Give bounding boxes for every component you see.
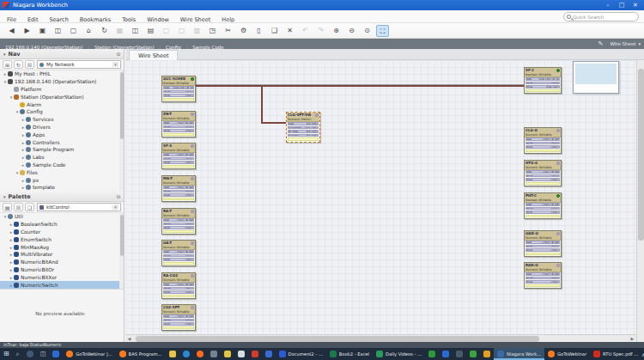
nav-refresh-icon[interactable]: ↻ [14,60,23,69]
wire-sheet-canvas[interactable]: OCC-SCHEDBoolean WritableOuttrue {ok} @ … [125,60,636,334]
palette-tree-item-multivibrator[interactable]: ▸MultiVibrator [0,251,124,259]
block-zn-t[interactable]: ZN-TNumeric WritableOut- {null} @ defIn1… [161,111,196,137]
nav-link-icon[interactable]: ⊞ [3,60,12,69]
block-slot-in16[interactable]: In16- {null} [163,161,195,164]
block-slot-in16[interactable]: In16- {null} [163,94,195,97]
block-slot-in16[interactable]: In16- {null} [526,178,561,181]
block-slot-out[interactable]: Out- {null} @ def [163,153,195,156]
block-slot-in16[interactable]: In16- {null} [526,145,561,149]
minimap[interactable] [573,61,619,94]
nav-header[interactable]: ▾ Nav ⧉ [0,49,124,59]
edit-icon[interactable]: ✎ [598,40,604,47]
nav-close-icon[interactable]: ☒ [25,60,34,69]
block-sf-s[interactable]: SF-SNumeric WritableOut- {null} @ defIn1… [161,143,196,169]
block-slot-in16[interactable]: In16- {null} [163,193,195,197]
taskbar-search[interactable]: ⌕ [13,348,23,360]
palette-tree-item-numericbitand[interactable]: ▸NumericBitAnd [0,259,124,266]
block-slot-in16[interactable]: In16- {null} [163,258,195,261]
nav-scope-dropdown[interactable]: My Network ▾ [37,60,121,69]
block-slot-in16[interactable]: In16- {null} [526,248,561,252]
up-level-icon[interactable]: ▣ [36,25,49,37]
block-ra-t[interactable]: RA-TNumeric WritableOut- {null} @ defIn1… [161,208,196,235]
nav-tree-item-services[interactable]: ▸Services [0,116,124,124]
taskbar-app-green2[interactable] [466,348,480,360]
nav-collapse-icon[interactable]: ▾ [3,52,6,57]
view-selector[interactable]: ✎ Wire Sheet ▾ [598,39,641,49]
block-slot-out[interactable]: Out- {null} @ def [163,218,195,222]
taskbar-task-view[interactable]: ◫ [37,348,50,360]
taskbar-rtu-spec-pdf[interactable]: RTU Spec.pdf ... [590,348,641,360]
block-oad-o[interactable]: OAD-ONumeric WritableOut- {null} @ defIn… [524,230,562,257]
taskbar-app-blue2[interactable] [262,348,276,360]
taskbar-app-firefox[interactable] [193,348,207,360]
taskbar-app-azure[interactable] [439,348,453,360]
nav-tree-item-sample-code[interactable]: ▸Sample Code [0,162,124,169]
export-icon[interactable]: ◳ [206,25,219,37]
zoom-in-icon[interactable]: ⊕ [330,25,343,37]
wire-segment[interactable] [261,122,287,124]
block-slot-in16[interactable]: In16- {null} [163,290,195,294]
duplicate-icon[interactable]: ⚙ [237,25,250,37]
menu-tools[interactable]: Tools [122,16,136,23]
nav-tree-item-labs[interactable]: ▸Labs [0,154,124,162]
nav-tree-item-apps[interactable]: ▸Apps [0,131,124,138]
scrollbar[interactable] [119,213,124,289]
block-slot-out[interactable]: Outtrue {ok} @ 16 [163,86,195,89]
block-slot-out[interactable]: Out- {null} @ def [526,241,561,244]
copy-icon[interactable]: ❏ [268,25,281,37]
block-co2-spt[interactable]: CO2-SPTNumeric WritableOut- {null} @ def… [161,304,196,331]
block-clg-spt-sw[interactable]: CLG-SPT-SWNumeric SwitchOut0.0 {ok}In Sw… [286,112,320,143]
taskbar-file-explorer[interactable] [166,348,179,360]
back-icon[interactable]: ◀ [5,25,18,37]
minimize-button[interactable]: – [601,0,615,10]
taskbar-app-slate[interactable] [453,348,466,360]
block-slot-in-true[interactable]: In True0.0 {ok} [288,130,319,133]
quick-search-input[interactable] [573,15,633,20]
block-slot-in10[interactable]: In10- {null} [526,142,561,145]
block-slot-in10[interactable]: In10- {null} [526,174,561,178]
taskbar-app-yellow[interactable] [221,348,234,360]
block-slot-in16[interactable]: In16- {null} [526,280,561,284]
taskbar-excel-book2[interactable]: Book2 - Excel [326,348,373,360]
block-occ-sched[interactable]: OCC-SCHEDBoolean WritableOuttrue {ok} @ … [161,76,196,102]
wire-segment[interactable] [196,85,524,87]
palette-tree-item-numericswitch[interactable]: ▸NumericSwitch [0,281,124,289]
block-slot-in10[interactable]: In10- {null} [163,319,195,322]
palette-close-icon[interactable]: ☒ [14,203,23,211]
taskbar-app-blue[interactable] [49,348,63,360]
split-view-icon[interactable]: ◫ [129,25,142,37]
block-slot-in10[interactable]: In10- {null} [163,223,195,226]
open-folder-icon[interactable]: ▤ [144,25,157,37]
menu-bookmarks[interactable]: Bookmarks [80,16,111,23]
nav-tree-item-drivers[interactable]: ▸Drivers [0,124,124,131]
close-button[interactable]: ✕ [629,0,642,10]
block-oa-t[interactable]: OA-TNumeric WritableOut- {null} @ defIn1… [161,240,196,266]
block-slot-in-switch[interactable]: In Switchtrue {ok} [288,126,319,130]
block-ma-t[interactable]: MA-TNumeric WritableOut- {null} @ defIn1… [161,175,196,202]
scroll-thumb[interactable] [120,72,124,139]
horizontal-scroll-thumb[interactable] [136,336,539,342]
block-slot-in16[interactable]: In16true {ok} [526,85,561,88]
block-slot-in10[interactable]: In10- {null} [526,245,561,248]
block-ra-co2[interactable]: RA-CO2Numeric WritableOut- {null} @ defI… [161,272,196,299]
block-slot-in10[interactable]: In10- {null} [526,277,561,280]
block-slot-in10[interactable]: In10- {null} [163,287,195,290]
nav-tree-item-config[interactable]: ▾Config [0,108,124,116]
taskbar-bas-program-window[interactable]: BAS Program... [116,348,166,360]
nav-tree-item-px[interactable]: ▸px [0,176,124,184]
taskbar-niagara-workbench[interactable]: Niagara Work... [494,348,544,360]
nav-tree-item-192-168-0-140-operatorstation[interactable]: ▾192.168.0.140 (OperatorStation) [0,78,124,86]
block-slot-in10[interactable]: In10- {null} [163,157,195,161]
menu-search[interactable]: Search [49,16,68,23]
zoom-fit-icon[interactable]: ⛶ [376,25,389,37]
palette-header[interactable]: ▾ Palette ⧉ [0,192,124,202]
taskbar-app-notepad[interactable] [234,348,248,360]
block-slot-out[interactable]: Out- {null} @ def [526,272,561,276]
forward-icon[interactable]: ▶ [21,25,33,37]
block-slot-out[interactable]: Out- {null} @ def [163,283,195,286]
view-selector-label[interactable]: Wire Sheet [610,41,635,46]
palette-tree-item-counter[interactable]: ▸Counter [0,229,124,236]
block-slot-out[interactable]: Out- {null} @ def [163,314,195,318]
palette-tree-item-booleanswitch[interactable]: ▸BooleanSwitch [0,221,124,229]
block-slot-out[interactable]: Out- {null} @ def [163,250,195,253]
